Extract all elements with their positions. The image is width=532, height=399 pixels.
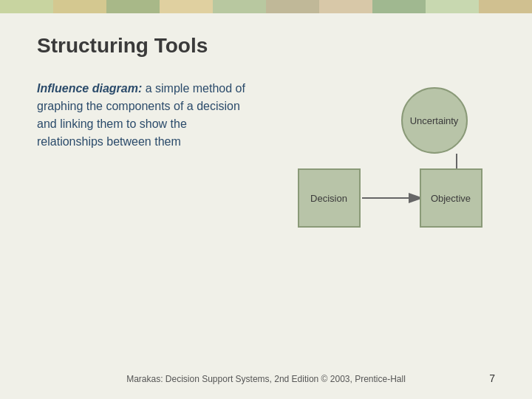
content-area: Influence diagram: a simple method of gr…	[37, 80, 495, 242]
bar-segment-8	[372, 0, 426, 13]
bar-segment-2	[53, 0, 106, 13]
influence-label: Influence diagram:	[37, 82, 142, 95]
uncertainty-label: Uncertainty	[410, 115, 459, 126]
main-content: Structuring Tools Influence diagram: a s…	[0, 13, 532, 257]
bar-segment-4	[160, 0, 213, 13]
objective-label: Objective	[431, 193, 471, 204]
objective-node: Objective	[420, 168, 482, 228]
bar-segment-9	[426, 0, 479, 13]
influence-paragraph: Influence diagram: a simple method of gr…	[37, 80, 255, 151]
uncertainty-node: Uncertainty	[401, 87, 468, 154]
diagram-section: Uncertainty Decision Objective	[277, 80, 495, 242]
page-number: 7	[489, 372, 495, 384]
footer-citation: Marakas: Decision Support Systems, 2nd E…	[0, 374, 532, 384]
bar-segment-5	[213, 0, 266, 13]
text-section: Influence diagram: a simple method of gr…	[37, 80, 255, 151]
decision-label: Decision	[310, 193, 347, 204]
bar-segment-7	[319, 0, 372, 13]
bar-segment-6	[266, 0, 319, 13]
bar-segment-10	[479, 0, 532, 13]
decision-node: Decision	[298, 168, 361, 228]
bar-segment-1	[0, 0, 53, 13]
bar-segment-3	[106, 0, 160, 13]
page-title: Structuring Tools	[37, 34, 495, 58]
diagram-container: Uncertainty Decision Objective	[283, 80, 490, 242]
top-decorative-bar	[0, 0, 532, 13]
